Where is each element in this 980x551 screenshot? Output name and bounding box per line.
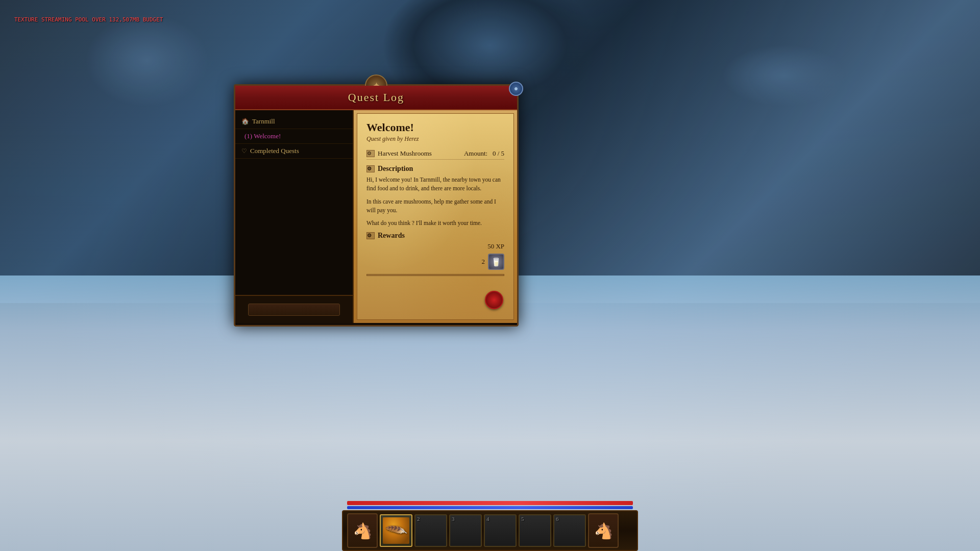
objective-icon: ⚙ [366, 150, 375, 157]
quest-item-label-welcome: (1) Welcome! [244, 132, 281, 140]
hotbar-slot-3[interactable]: 3 [449, 514, 482, 547]
quest-item-completed[interactable]: ♡ Completed Quests [235, 144, 353, 159]
reward-item-count: 2 [482, 258, 485, 266]
health-bar [347, 501, 633, 505]
mana-bar [347, 506, 633, 509]
hotbar-slot-5[interactable]: 5 [519, 514, 551, 547]
completed-icon: ♡ [241, 147, 247, 155]
objective-left: ⚙ Harvest Mushrooms [366, 149, 432, 158]
progress-bar-area [366, 274, 504, 276]
progress-bar-bg [366, 274, 504, 276]
hotbar-slots-container: 🐴 1 🪶 2 3 4 5 6 🐴 [342, 510, 638, 551]
parchment: Welcome! Quest given by Herez ⚙ Harvest … [357, 113, 514, 320]
hotbar-decoration-right: 🐴 [588, 513, 619, 548]
hotbar-slot-6[interactable]: 6 [553, 514, 586, 547]
rewards-header: ⚙ Rewards [366, 232, 504, 240]
quest-description-text2: In this cave are mushrooms, help me gath… [366, 197, 504, 215]
hotbar: 🐴 1 🪶 2 3 4 5 6 🐴 [342, 501, 638, 551]
title-bar: Quest Log ● [235, 86, 517, 110]
description-header-label: Description [378, 165, 413, 173]
rewards-section: ⚙ Rewards 50 XP 2 🥛 [366, 232, 504, 276]
quest-item-welcome[interactable]: (1) Welcome! [235, 129, 353, 144]
debug-text: TEXTURE STREAMING POOL OVER 132,507MB BU… [14, 16, 163, 23]
slot-item-1: 🪶 [383, 517, 409, 544]
desc-icon: ⚙ [366, 165, 375, 172]
quest-item-label-tarnmill: Tarnmill [252, 117, 275, 126]
slot-number-6: 6 [554, 515, 560, 522]
reward-item-icon: 🥛 [491, 257, 501, 267]
item-feather-icon: 🪶 [378, 512, 414, 548]
window-title: Quest Log [246, 91, 507, 104]
reward-xp: 50 XP [366, 242, 504, 251]
reward-item-row: 2 🥛 [366, 254, 504, 270]
hotbar-slot-1[interactable]: 1 🪶 [380, 514, 412, 547]
objective-amount: Amount: 0 / 5 [464, 149, 504, 158]
hotbar-left-icon: 🐴 [353, 522, 372, 540]
quest-item-label-completed: Completed Quests [250, 147, 299, 155]
quest-description-text3: What do you think ? I'll make it worth y… [366, 219, 504, 228]
quest-description-text1: Hi, I welcome you! In Tarnmill, the near… [366, 176, 504, 193]
rewards-icon: ⚙ [366, 232, 375, 239]
objective-label: Harvest Mushrooms [378, 149, 432, 158]
slot-number-3: 3 [450, 515, 456, 522]
quest-list-scroll[interactable]: 🏠 Tarnmill (1) Welcome! ♡ Completed Ques… [235, 110, 353, 295]
amount-label: Amount: [464, 149, 487, 157]
resource-bars [342, 501, 638, 509]
quest-detail-panel: Welcome! Quest given by Herez ⚙ Harvest … [354, 110, 517, 323]
hotbar-slot-4[interactable]: 4 [484, 514, 517, 547]
quest-list-panel: 🏠 Tarnmill (1) Welcome! ♡ Completed Ques… [235, 110, 354, 323]
quest-item-tarnmill[interactable]: 🏠 Tarnmill [235, 114, 353, 129]
quest-list-bottom [235, 295, 353, 323]
wax-seal [485, 291, 503, 309]
rewards-header-label: Rewards [378, 232, 405, 240]
close-button[interactable]: ● [509, 82, 523, 96]
hotbar-slot-2[interactable]: 2 [414, 514, 447, 547]
quest-window: ✦ Quest Log ● 🏠 Tarnmill (1) Welcome! [234, 84, 519, 327]
quest-objective-row: ⚙ Harvest Mushrooms Amount: 0 / 5 [366, 148, 504, 160]
quest-title: Welcome! [366, 121, 504, 134]
slot-number-2: 2 [415, 515, 422, 522]
bottom-bar-decoration [248, 304, 340, 316]
slot-number-4: 4 [485, 515, 491, 522]
reward-item-icon-box: 🥛 [488, 254, 504, 270]
amount-value: 0 / 5 [493, 149, 504, 157]
tarnmill-icon: 🏠 [241, 118, 249, 126]
hotbar-decoration-left: 🐴 [347, 513, 378, 548]
description-header: ⚙ Description [366, 165, 504, 173]
close-icon: ● [514, 85, 518, 93]
hotbar-right-icon: 🐴 [594, 522, 613, 540]
slot-number-5: 5 [520, 515, 526, 522]
quest-giver: Quest given by Herez [366, 135, 504, 143]
window-content: 🏠 Tarnmill (1) Welcome! ♡ Completed Ques… [235, 110, 517, 323]
